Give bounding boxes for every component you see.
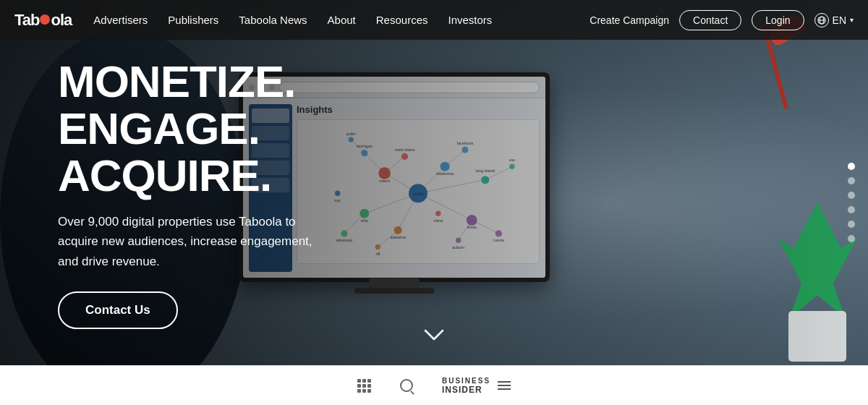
hero-content: MONETIZE. ENGAGE. ACQUIRE. Over 9,000 di… — [58, 58, 333, 329]
dot-4[interactable] — [848, 206, 855, 213]
nav-taboola-news[interactable]: Taboola News — [239, 14, 307, 26]
logo[interactable]: Tab ola — [14, 11, 72, 30]
nav-resources[interactable]: Resources — [376, 14, 428, 26]
bottom-strip: BUSINESS INSIDER — [0, 365, 868, 405]
globe-icon — [814, 13, 829, 27]
dot-1[interactable] — [848, 163, 855, 170]
dot-3[interactable] — [848, 192, 855, 199]
hero-line-1: MONETIZE. — [58, 56, 296, 106]
chevron-down-icon: ▾ — [850, 16, 854, 24]
contact-us-button[interactable]: Contact Us — [58, 291, 178, 329]
hero-title: MONETIZE. ENGAGE. ACQUIRE. — [58, 58, 333, 199]
grid-icon[interactable] — [357, 379, 371, 393]
bi-logo-top: BUSINESS — [442, 377, 490, 385]
nav-publishers[interactable]: Publishers — [168, 14, 218, 26]
business-insider-logo: BUSINESS INSIDER — [442, 377, 511, 395]
nav-links: Advertisers Publishers Taboola News Abou… — [93, 14, 590, 26]
hero-line-2: ENGAGE. — [58, 103, 260, 153]
scroll-indicator[interactable] — [423, 328, 445, 347]
nav-advertisers[interactable]: Advertisers — [93, 14, 148, 26]
contact-button[interactable]: Contact — [679, 10, 741, 30]
hero-line-3: ACQUIRE. — [58, 150, 271, 200]
hero-section: Insights — [0, 0, 868, 405]
nav-right: Create Campaign Contact Login EN ▾ — [590, 10, 854, 30]
bi-logo-bottom: INSIDER — [442, 385, 482, 395]
nav-about[interactable]: About — [328, 14, 356, 26]
navbar: Tab ola Advertisers Publishers Taboola N… — [0, 0, 868, 40]
hero-subtitle: Over 9,000 digital properties use Tabool… — [58, 212, 333, 271]
dot-2[interactable] — [848, 177, 855, 184]
dot-5[interactable] — [848, 221, 855, 228]
search-icon[interactable] — [400, 379, 413, 392]
dot-6[interactable] — [848, 235, 855, 242]
dot-navigation — [848, 163, 855, 242]
create-campaign-link[interactable]: Create Campaign — [590, 14, 669, 26]
login-button[interactable]: Login — [752, 10, 804, 30]
nav-investors[interactable]: Investors — [448, 14, 492, 26]
language-selector[interactable]: EN ▾ — [814, 13, 854, 27]
hamburger-icon[interactable] — [498, 381, 511, 390]
language-label: EN — [833, 14, 846, 26]
